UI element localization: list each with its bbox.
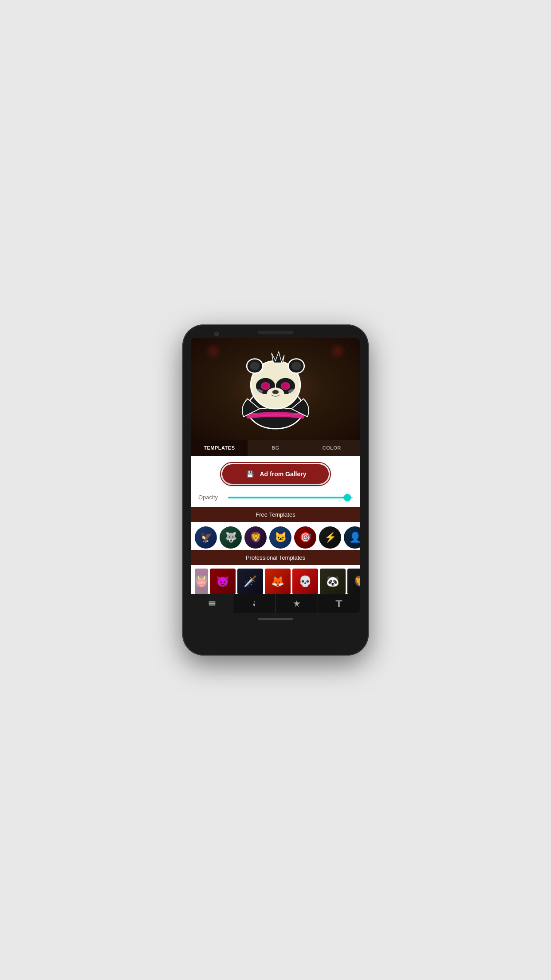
pro-template-icon-5: 🐼 [320, 569, 346, 594]
svg-point-10 [263, 383, 268, 388]
pro-template-6[interactable]: 🦁 [347, 569, 360, 594]
camera-dot [214, 332, 219, 336]
template-icon-3: 🦁 [245, 527, 266, 548]
brush-icon [249, 599, 259, 609]
pro-template-icon-1: 😈 [210, 569, 236, 594]
nav-layers[interactable] [191, 594, 233, 613]
nav-text[interactable] [318, 594, 360, 613]
pro-templates-title: Professional Templates [246, 554, 305, 561]
template-icon-4: 🐱 [270, 527, 291, 548]
panda-mascot [236, 347, 315, 431]
preview-area [191, 338, 360, 440]
home-indicator [258, 618, 293, 620]
svg-point-11 [283, 383, 288, 388]
phone-bottom [258, 613, 293, 628]
svg-rect-21 [338, 601, 339, 607]
pro-template-4[interactable]: 💀 [292, 569, 318, 594]
phone-frame: TEMPLATES BG COLOR 💾 Ad from Gallery Opa… [182, 324, 369, 656]
layers-icon [207, 599, 217, 609]
add-gallery-label: Ad from Gallery [260, 470, 306, 478]
svg-rect-20 [335, 601, 342, 602]
template-icon-7: 👤 [345, 527, 360, 548]
pro-template-1[interactable]: 😈 [210, 569, 236, 594]
pro-template-icon-6: 🦁 [347, 569, 360, 594]
template-icon-2: 🐺 [220, 527, 241, 548]
tab-color[interactable]: COLOR [303, 440, 360, 456]
tab-bg[interactable]: BG [248, 440, 304, 456]
svg-rect-16 [209, 601, 216, 603]
pro-template-2[interactable]: 🗡️ [237, 569, 263, 594]
text-icon [334, 599, 344, 609]
content-area: 💾 Ad from Gallery Opacity Free Templates [191, 456, 360, 594]
sticker-icon [292, 599, 302, 609]
tab-templates[interactable]: TEMPLATES [191, 440, 248, 456]
pro-template-icon-4: 💀 [292, 569, 318, 594]
free-template-2[interactable]: 🐺 [220, 526, 242, 549]
nav-brush[interactable] [233, 594, 276, 613]
pro-template-icon-0: 👹 [195, 569, 208, 594]
free-template-6[interactable]: ⚡ [319, 526, 341, 549]
phone-top-bar [182, 324, 369, 338]
free-template-3[interactable]: 🦁 [244, 526, 267, 549]
opacity-label: Opacity [198, 494, 223, 501]
opacity-section: Opacity [191, 490, 360, 507]
free-templates-header: Free Templates [191, 507, 360, 522]
free-templates-title: Free Templates [256, 511, 295, 518]
svg-point-14 [255, 389, 263, 394]
pro-template-3[interactable]: 🦊 [265, 569, 291, 594]
opacity-slider[interactable] [228, 497, 353, 498]
svg-marker-19 [293, 601, 300, 607]
svg-point-15 [288, 389, 296, 394]
free-template-7[interactable]: 👤 [344, 526, 360, 549]
pro-templates-header: Professional Templates [191, 550, 360, 565]
nav-sticker[interactable] [276, 594, 318, 613]
template-icon-1: 🦅 [196, 527, 216, 548]
svg-point-13 [272, 390, 279, 394]
svg-rect-18 [209, 605, 216, 606]
add-gallery-section: 💾 Ad from Gallery [191, 456, 360, 490]
add-gallery-button[interactable]: 💾 Ad from Gallery [222, 464, 329, 484]
pro-template-0[interactable]: 👹 [195, 569, 208, 594]
phone-speaker [258, 331, 293, 334]
template-icon-5: 🎯 [295, 527, 315, 548]
free-template-1[interactable]: 🦅 [195, 526, 217, 549]
free-template-4[interactable]: 🐱 [269, 526, 291, 549]
tab-bar: TEMPLATES BG COLOR [191, 440, 360, 456]
gallery-button-wrap: 💾 Ad from Gallery [220, 462, 331, 486]
pro-templates-row: 👹 😈 🗡️ 🦊 💀 🐼 🦁 [191, 565, 360, 594]
pro-template-icon-2: 🗡️ [237, 569, 263, 594]
phone-screen: TEMPLATES BG COLOR 💾 Ad from Gallery Opa… [191, 338, 360, 613]
opacity-thumb[interactable] [344, 494, 351, 501]
free-template-5[interactable]: 🎯 [294, 526, 316, 549]
gallery-icon: 💾 [244, 469, 255, 479]
free-templates-row: 🦅 🐺 🦁 🐱 🎯 ⚡ 👤 [191, 522, 360, 550]
svg-point-3 [250, 362, 260, 371]
bottom-nav [191, 594, 360, 613]
template-icon-6: ⚡ [320, 527, 340, 548]
pro-template-5[interactable]: 🐼 [320, 569, 346, 594]
svg-rect-17 [209, 603, 216, 604]
pro-template-icon-3: 🦊 [265, 569, 291, 594]
svg-point-5 [291, 362, 301, 371]
